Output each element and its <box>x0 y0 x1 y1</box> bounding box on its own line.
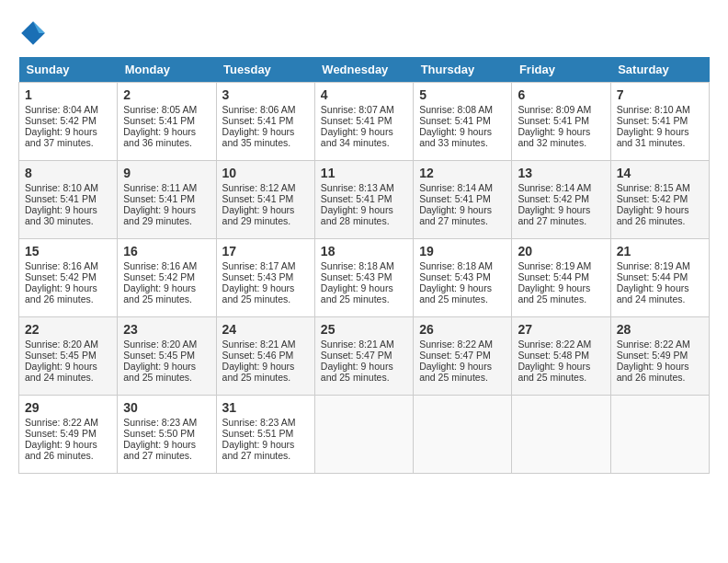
day-number: 13 <box>518 166 604 180</box>
header-thursday: Thursday <box>414 57 512 83</box>
day-number: 22 <box>25 322 111 337</box>
day-number: 28 <box>617 322 703 337</box>
calendar-cell: 23Sunrise: 8:20 AMSunset: 5:45 PMDayligh… <box>118 317 216 396</box>
calendar-cell: 28Sunrise: 8:22 AMSunset: 5:49 PMDayligh… <box>610 317 709 396</box>
calendar-cell: 27Sunrise: 8:22 AMSunset: 5:48 PMDayligh… <box>512 317 610 396</box>
calendar-cell: 8Sunrise: 8:10 AMSunset: 5:41 PMDaylight… <box>19 161 118 239</box>
day-info: Sunrise: 8:23 AMSunset: 5:50 PMDaylight:… <box>123 417 210 461</box>
calendar-cell: 22Sunrise: 8:20 AMSunset: 5:45 PMDayligh… <box>19 317 118 396</box>
day-number: 31 <box>222 400 309 415</box>
day-info: Sunrise: 8:12 AMSunset: 5:41 PMDaylight:… <box>222 182 309 226</box>
day-number: 30 <box>123 400 210 415</box>
calendar-cell <box>314 396 413 474</box>
day-info: Sunrise: 8:20 AMSunset: 5:45 PMDaylight:… <box>123 339 210 383</box>
calendar-cell: 18Sunrise: 8:18 AMSunset: 5:43 PMDayligh… <box>314 239 413 317</box>
calendar-cell <box>414 396 512 474</box>
day-info: Sunrise: 8:22 AMSunset: 5:48 PMDaylight:… <box>518 339 604 383</box>
day-number: 4 <box>321 87 407 102</box>
day-number: 17 <box>222 244 309 259</box>
day-number: 6 <box>518 87 604 102</box>
day-info: Sunrise: 8:21 AMSunset: 5:47 PMDaylight:… <box>321 339 407 383</box>
calendar-cell: 16Sunrise: 8:16 AMSunset: 5:42 PMDayligh… <box>118 239 216 317</box>
day-number: 24 <box>222 322 309 337</box>
header-wednesday: Wednesday <box>314 57 413 83</box>
day-info: Sunrise: 8:16 AMSunset: 5:42 PMDaylight:… <box>123 260 210 304</box>
calendar-cell: 15Sunrise: 8:16 AMSunset: 5:42 PMDayligh… <box>19 239 118 317</box>
calendar-header-row: SundayMondayTuesdayWednesdayThursdayFrid… <box>19 57 710 83</box>
day-number: 3 <box>222 87 309 102</box>
calendar-cell: 21Sunrise: 8:19 AMSunset: 5:44 PMDayligh… <box>610 239 709 317</box>
calendar-cell: 13Sunrise: 8:14 AMSunset: 5:42 PMDayligh… <box>512 161 610 239</box>
calendar-cell: 1Sunrise: 8:04 AMSunset: 5:42 PMDaylight… <box>19 83 118 161</box>
day-number: 21 <box>617 244 703 259</box>
day-info: Sunrise: 8:09 AMSunset: 5:41 PMDaylight:… <box>518 104 604 148</box>
logo <box>18 18 51 48</box>
calendar-cell: 14Sunrise: 8:15 AMSunset: 5:42 PMDayligh… <box>610 161 709 239</box>
day-number: 25 <box>321 322 407 337</box>
header-friday: Friday <box>512 57 610 83</box>
week-row-5: 29Sunrise: 8:22 AMSunset: 5:49 PMDayligh… <box>19 396 710 474</box>
day-info: Sunrise: 8:19 AMSunset: 5:44 PMDaylight:… <box>518 260 604 304</box>
day-info: Sunrise: 8:15 AMSunset: 5:42 PMDaylight:… <box>617 182 703 226</box>
calendar-cell: 3Sunrise: 8:06 AMSunset: 5:41 PMDaylight… <box>216 83 314 161</box>
calendar-cell: 24Sunrise: 8:21 AMSunset: 5:46 PMDayligh… <box>216 317 314 396</box>
day-info: Sunrise: 8:08 AMSunset: 5:41 PMDaylight:… <box>419 104 506 148</box>
day-info: Sunrise: 8:05 AMSunset: 5:41 PMDaylight:… <box>123 104 210 148</box>
day-info: Sunrise: 8:10 AMSunset: 5:41 PMDaylight:… <box>617 104 703 148</box>
day-info: Sunrise: 8:23 AMSunset: 5:51 PMDaylight:… <box>222 417 309 461</box>
day-info: Sunrise: 8:04 AMSunset: 5:42 PMDaylight:… <box>25 104 111 148</box>
calendar-cell: 30Sunrise: 8:23 AMSunset: 5:50 PMDayligh… <box>118 396 216 474</box>
day-info: Sunrise: 8:10 AMSunset: 5:41 PMDaylight:… <box>25 182 111 226</box>
day-number: 23 <box>123 322 210 337</box>
calendar-cell <box>512 396 610 474</box>
day-info: Sunrise: 8:14 AMSunset: 5:41 PMDaylight:… <box>419 182 506 226</box>
day-number: 16 <box>123 244 210 259</box>
day-number: 19 <box>419 244 506 259</box>
day-number: 1 <box>25 87 111 102</box>
day-info: Sunrise: 8:22 AMSunset: 5:49 PMDaylight:… <box>617 339 703 383</box>
day-number: 7 <box>617 87 703 102</box>
calendar-cell: 29Sunrise: 8:22 AMSunset: 5:49 PMDayligh… <box>19 396 118 474</box>
calendar-cell: 7Sunrise: 8:10 AMSunset: 5:41 PMDaylight… <box>610 83 709 161</box>
header-monday: Monday <box>118 57 216 83</box>
day-info: Sunrise: 8:18 AMSunset: 5:43 PMDaylight:… <box>321 260 407 304</box>
day-number: 9 <box>123 166 210 180</box>
header-sunday: Sunday <box>19 57 118 83</box>
day-info: Sunrise: 8:19 AMSunset: 5:44 PMDaylight:… <box>617 260 703 304</box>
header-saturday: Saturday <box>610 57 709 83</box>
day-number: 20 <box>518 244 604 259</box>
day-number: 10 <box>222 166 309 180</box>
calendar-cell: 4Sunrise: 8:07 AMSunset: 5:41 PMDaylight… <box>314 83 413 161</box>
calendar-cell <box>610 396 709 474</box>
day-number: 12 <box>419 166 506 180</box>
day-info: Sunrise: 8:17 AMSunset: 5:43 PMDaylight:… <box>222 260 309 304</box>
day-info: Sunrise: 8:07 AMSunset: 5:41 PMDaylight:… <box>321 104 407 148</box>
calendar-cell: 20Sunrise: 8:19 AMSunset: 5:44 PMDayligh… <box>512 239 610 317</box>
week-row-1: 1Sunrise: 8:04 AMSunset: 5:42 PMDaylight… <box>19 83 710 161</box>
day-number: 11 <box>321 166 407 180</box>
calendar-cell: 19Sunrise: 8:18 AMSunset: 5:43 PMDayligh… <box>414 239 512 317</box>
day-number: 5 <box>419 87 506 102</box>
week-row-3: 15Sunrise: 8:16 AMSunset: 5:42 PMDayligh… <box>19 239 710 317</box>
page-header <box>18 18 710 48</box>
calendar-table: SundayMondayTuesdayWednesdayThursdayFrid… <box>18 57 710 474</box>
day-number: 8 <box>25 166 111 180</box>
day-info: Sunrise: 8:22 AMSunset: 5:49 PMDaylight:… <box>25 417 111 461</box>
day-number: 15 <box>25 244 111 259</box>
day-info: Sunrise: 8:06 AMSunset: 5:41 PMDaylight:… <box>222 104 309 148</box>
calendar-cell: 11Sunrise: 8:13 AMSunset: 5:41 PMDayligh… <box>314 161 413 239</box>
calendar-cell: 25Sunrise: 8:21 AMSunset: 5:47 PMDayligh… <box>314 317 413 396</box>
logo-icon <box>18 18 48 48</box>
calendar-cell: 17Sunrise: 8:17 AMSunset: 5:43 PMDayligh… <box>216 239 314 317</box>
day-number: 18 <box>321 244 407 259</box>
calendar-cell: 2Sunrise: 8:05 AMSunset: 5:41 PMDaylight… <box>118 83 216 161</box>
day-info: Sunrise: 8:18 AMSunset: 5:43 PMDaylight:… <box>419 260 506 304</box>
calendar-cell: 12Sunrise: 8:14 AMSunset: 5:41 PMDayligh… <box>414 161 512 239</box>
day-number: 29 <box>25 400 111 415</box>
calendar-cell: 31Sunrise: 8:23 AMSunset: 5:51 PMDayligh… <box>216 396 314 474</box>
week-row-4: 22Sunrise: 8:20 AMSunset: 5:45 PMDayligh… <box>19 317 710 396</box>
day-info: Sunrise: 8:11 AMSunset: 5:41 PMDaylight:… <box>123 182 210 226</box>
day-info: Sunrise: 8:21 AMSunset: 5:46 PMDaylight:… <box>222 339 309 383</box>
day-number: 27 <box>518 322 604 337</box>
day-number: 2 <box>123 87 210 102</box>
